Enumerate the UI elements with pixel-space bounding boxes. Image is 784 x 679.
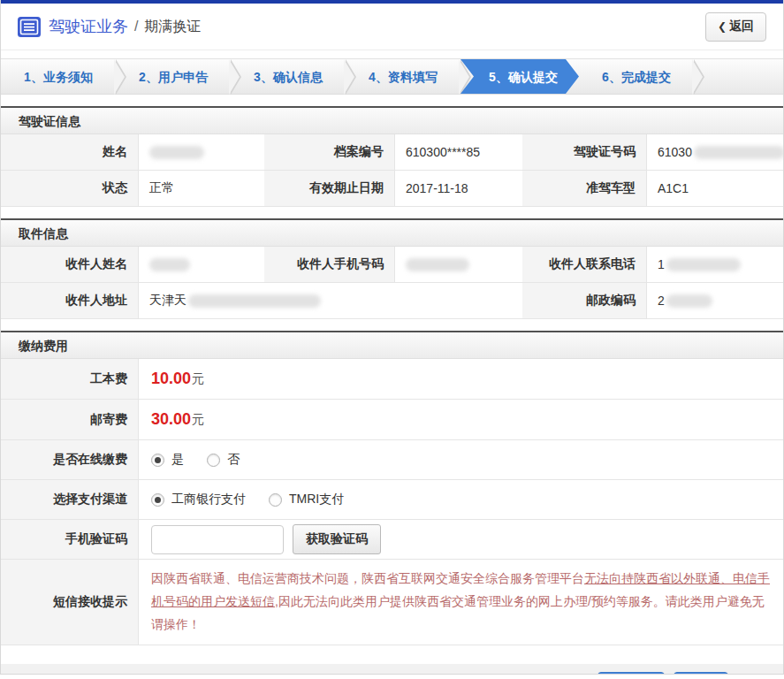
file-no-value: 610300****85 bbox=[394, 134, 522, 171]
back-button[interactable]: ❮返回 bbox=[705, 12, 766, 42]
footer-action-bar: 上一步 完成 bbox=[1, 664, 783, 675]
step-label: 3、确认信息 bbox=[254, 70, 323, 84]
radio-channel-tmri[interactable] bbox=[269, 493, 282, 507]
recipient-name-value bbox=[138, 247, 264, 283]
recipient-mobile-value bbox=[394, 247, 522, 283]
payment-section: 缴纳费用 工本费 10.00元 邮寄费 30.00元 是否在线缴费 是 否 选择… bbox=[1, 331, 783, 645]
pay-channel-options: 工商银行支付 TMRI支付 bbox=[138, 480, 783, 519]
get-code-button[interactable]: 获取验证码 bbox=[293, 524, 381, 554]
finish-button[interactable]: 完成 bbox=[674, 672, 728, 675]
work-fee-row: 工本费 10.00元 bbox=[1, 359, 783, 400]
license-section-title: 驾驶证信息 bbox=[1, 106, 783, 134]
sms-notice-text: 因陕西省联通、电信运营商技术问题，陕西省互联网交通安全综合服务管理平台无法向持陕… bbox=[138, 560, 783, 645]
online-pay-label: 是否在线缴费 bbox=[1, 440, 138, 479]
vehicle-class-label: 准驾车型 bbox=[522, 171, 646, 207]
notice-part1: 因陕西省联通、电信运营商技术问题，陕西省互联网交通安全综合服务管理平台 bbox=[151, 571, 584, 585]
pickup-info-section: 取件信息 收件人姓名 收件人手机号码 收件人联系电话 1 收件人地址 天津天 邮… bbox=[1, 218, 783, 319]
name-value bbox=[138, 134, 264, 171]
address-label: 收件人地址 bbox=[1, 283, 138, 319]
license-info-section: 驾驶证信息 姓名 档案编号 610300****85 驾驶证号码 61030 状… bbox=[1, 106, 783, 207]
fee-unit: 元 bbox=[192, 371, 204, 387]
online-pay-row: 是否在线缴费 是 否 bbox=[1, 440, 783, 480]
payment-section-title: 缴纳费用 bbox=[1, 331, 783, 359]
post-fee-value: 30.00元 bbox=[138, 400, 783, 439]
expiry-value: 2017-11-18 bbox=[394, 171, 522, 207]
redacted-recipient-name bbox=[149, 258, 190, 271]
status-label: 状态 bbox=[1, 171, 138, 207]
recipient-phone-label: 收件人联系电话 bbox=[522, 247, 646, 283]
post-fee-row: 邮寄费 30.00元 bbox=[1, 400, 783, 440]
recipient-name-label: 收件人姓名 bbox=[1, 247, 138, 283]
sms-code-input[interactable] bbox=[151, 525, 284, 554]
redacted-name bbox=[149, 146, 204, 159]
pay-channel-label: 选择支付渠道 bbox=[1, 480, 138, 519]
postcode-label: 邮政编码 bbox=[522, 283, 646, 319]
post-fee-label: 邮寄费 bbox=[1, 400, 138, 439]
work-fee-label: 工本费 bbox=[1, 359, 138, 399]
recipient-mobile-label: 收件人手机号码 bbox=[264, 247, 394, 283]
license-info-table: 姓名 档案编号 610300****85 驾驶证号码 61030 状态 正常 有… bbox=[1, 134, 783, 207]
fee-unit: 元 bbox=[192, 412, 204, 428]
back-button-label: 返回 bbox=[729, 19, 754, 33]
redacted-recipient-mobile bbox=[406, 258, 469, 271]
radio-online-no-label[interactable]: 否 bbox=[227, 452, 240, 468]
radio-online-yes[interactable] bbox=[151, 454, 164, 467]
radio-channel-icbc[interactable] bbox=[151, 493, 164, 507]
address-value: 天津天 bbox=[138, 283, 522, 319]
step-label: 4、资料填写 bbox=[369, 70, 438, 84]
radio-online-no[interactable] bbox=[207, 454, 220, 467]
step-label: 2、用户申告 bbox=[139, 70, 208, 84]
pickup-section-title: 取件信息 bbox=[1, 218, 783, 247]
vehicle-class-value: A1C1 bbox=[646, 171, 784, 207]
post-fee-amount: 30.00 bbox=[151, 410, 191, 429]
chevron-left-icon: ❮ bbox=[718, 20, 727, 33]
redacted-license-no bbox=[694, 146, 784, 159]
sms-notice-label: 短信接收提示 bbox=[1, 560, 138, 645]
step-5-confirm-submit-active[interactable]: 5、确认提交 bbox=[461, 59, 579, 94]
page: 驾驶证业务 / 期满换证 ❮返回 1、业务须知 2、用户申告 3、确认信息 4、… bbox=[0, 0, 784, 675]
license-no-label: 驾驶证号码 bbox=[522, 134, 646, 171]
document-list-icon bbox=[18, 17, 41, 37]
file-no-label: 档案编号 bbox=[264, 134, 394, 171]
expiry-label: 有效期止日期 bbox=[264, 171, 394, 207]
name-label: 姓名 bbox=[1, 134, 138, 171]
pay-channel-row: 选择支付渠道 工商银行支付 TMRI支付 bbox=[1, 480, 783, 520]
recipient-phone-value: 1 bbox=[646, 247, 784, 283]
address-prefix: 天津天 bbox=[149, 293, 186, 309]
breadcrumb-current: 期满换证 bbox=[144, 18, 201, 36]
step-label: 1、业务须知 bbox=[24, 70, 93, 84]
page-title: 驾驶证业务 bbox=[49, 16, 128, 37]
radio-channel-tmri-label[interactable]: TMRI支付 bbox=[289, 492, 344, 507]
recipient-phone-prefix: 1 bbox=[658, 257, 665, 271]
step-4-fill-data[interactable]: 4、资料填写 bbox=[346, 59, 461, 94]
step-wizard: 1、业务须知 2、用户申告 3、确认信息 4、资料填写 5、确认提交 6、完成提… bbox=[1, 58, 783, 95]
previous-step-button[interactable]: 上一步 bbox=[598, 672, 665, 675]
sms-code-field: 获取验证码 bbox=[138, 520, 783, 559]
license-no-value: 61030 bbox=[646, 134, 784, 171]
radio-channel-icbc-label[interactable]: 工商银行支付 bbox=[171, 492, 246, 507]
header: 驾驶证业务 / 期满换证 ❮返回 bbox=[1, 4, 783, 50]
sms-code-label: 手机验证码 bbox=[1, 520, 138, 559]
step-label: 6、完成提交 bbox=[602, 70, 671, 84]
breadcrumb-divider: / bbox=[134, 19, 138, 34]
online-pay-options: 是 否 bbox=[138, 440, 783, 479]
status-value: 正常 bbox=[138, 171, 264, 207]
step-label: 5、确认提交 bbox=[489, 70, 558, 84]
sms-code-row: 手机验证码 获取验证码 bbox=[1, 520, 783, 560]
postcode-prefix: 2 bbox=[658, 294, 665, 308]
step-6-finish-submit[interactable]: 6、完成提交 bbox=[579, 59, 694, 94]
work-fee-amount: 10.00 bbox=[151, 370, 191, 388]
sms-notice-row: 短信接收提示 因陕西省联通、电信运营商技术问题，陕西省互联网交通安全综合服务管理… bbox=[1, 560, 783, 645]
step-3-confirm-info[interactable]: 3、确认信息 bbox=[231, 59, 346, 94]
redacted-recipient-phone bbox=[666, 258, 741, 271]
redacted-postcode bbox=[666, 294, 712, 308]
step-1-business-notice[interactable]: 1、业务须知 bbox=[1, 59, 116, 94]
redacted-address bbox=[188, 294, 321, 308]
license-no-prefix: 61030 bbox=[658, 145, 692, 159]
step-2-user-declaration[interactable]: 2、用户申告 bbox=[116, 59, 231, 94]
pickup-info-table: 收件人姓名 收件人手机号码 收件人联系电话 1 收件人地址 天津天 邮政编码 2 bbox=[1, 247, 783, 319]
work-fee-value: 10.00元 bbox=[138, 359, 783, 399]
postcode-value: 2 bbox=[646, 283, 784, 319]
radio-online-yes-label[interactable]: 是 bbox=[171, 452, 184, 468]
